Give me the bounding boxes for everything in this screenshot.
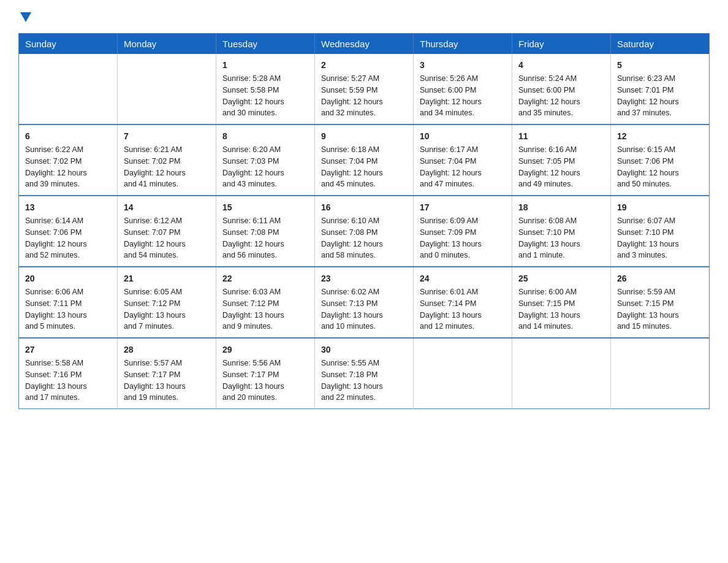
logo bbox=[18, 12, 31, 22]
day-number: 15 bbox=[222, 201, 308, 214]
calendar-week-row: 27Sunrise: 5:58 AM Sunset: 7:16 PM Dayli… bbox=[19, 338, 710, 409]
day-info: Sunrise: 6:16 AM Sunset: 7:05 PM Dayligh… bbox=[518, 144, 604, 190]
day-info: Sunrise: 6:14 AM Sunset: 7:06 PM Dayligh… bbox=[25, 215, 111, 261]
day-number: 17 bbox=[420, 201, 506, 214]
day-info: Sunrise: 5:56 AM Sunset: 7:17 PM Dayligh… bbox=[222, 358, 308, 404]
day-number: 23 bbox=[321, 272, 407, 285]
day-number: 7 bbox=[124, 130, 210, 143]
calendar-week-row: 6Sunrise: 6:22 AM Sunset: 7:02 PM Daylig… bbox=[19, 124, 710, 196]
calendar-day-header: Friday bbox=[512, 34, 611, 55]
day-info: Sunrise: 6:18 AM Sunset: 7:04 PM Dayligh… bbox=[321, 144, 407, 190]
calendar-cell: 28Sunrise: 5:57 AM Sunset: 7:17 PM Dayli… bbox=[118, 338, 216, 409]
calendar-cell: 23Sunrise: 6:02 AM Sunset: 7:13 PM Dayli… bbox=[315, 267, 414, 338]
day-number: 5 bbox=[617, 59, 703, 72]
calendar-day-header: Wednesday bbox=[315, 34, 414, 55]
calendar-cell bbox=[414, 338, 512, 409]
day-info: Sunrise: 6:08 AM Sunset: 7:10 PM Dayligh… bbox=[518, 215, 604, 261]
day-number: 14 bbox=[124, 201, 210, 214]
calendar-cell: 26Sunrise: 5:59 AM Sunset: 7:15 PM Dayli… bbox=[611, 267, 710, 338]
day-number: 30 bbox=[321, 343, 407, 356]
calendar-cell: 14Sunrise: 6:12 AM Sunset: 7:07 PM Dayli… bbox=[118, 196, 216, 267]
calendar-cell: 11Sunrise: 6:16 AM Sunset: 7:05 PM Dayli… bbox=[512, 124, 611, 196]
calendar-header-row: SundayMondayTuesdayWednesdayThursdayFrid… bbox=[19, 34, 710, 55]
page-header bbox=[18, 12, 710, 22]
calendar-cell: 2Sunrise: 5:27 AM Sunset: 5:59 PM Daylig… bbox=[315, 54, 414, 124]
calendar-cell bbox=[118, 54, 216, 124]
calendar-cell bbox=[19, 54, 118, 124]
day-info: Sunrise: 6:22 AM Sunset: 7:02 PM Dayligh… bbox=[25, 144, 111, 190]
calendar-day-header: Monday bbox=[118, 34, 216, 55]
calendar-cell: 21Sunrise: 6:05 AM Sunset: 7:12 PM Dayli… bbox=[118, 267, 216, 338]
day-number: 19 bbox=[617, 201, 703, 214]
calendar-cell: 8Sunrise: 6:20 AM Sunset: 7:03 PM Daylig… bbox=[216, 124, 315, 196]
calendar-day-header: Sunday bbox=[19, 34, 118, 55]
calendar-table: SundayMondayTuesdayWednesdayThursdayFrid… bbox=[18, 33, 710, 409]
calendar-cell: 7Sunrise: 6:21 AM Sunset: 7:02 PM Daylig… bbox=[118, 124, 216, 196]
calendar-cell: 18Sunrise: 6:08 AM Sunset: 7:10 PM Dayli… bbox=[512, 196, 611, 267]
calendar-cell: 5Sunrise: 6:23 AM Sunset: 7:01 PM Daylig… bbox=[611, 54, 710, 124]
calendar-cell: 27Sunrise: 5:58 AM Sunset: 7:16 PM Dayli… bbox=[19, 338, 118, 409]
day-number: 22 bbox=[222, 272, 308, 285]
day-info: Sunrise: 6:00 AM Sunset: 7:15 PM Dayligh… bbox=[518, 286, 604, 332]
day-number: 26 bbox=[617, 272, 703, 285]
day-number: 1 bbox=[222, 59, 308, 72]
day-info: Sunrise: 5:27 AM Sunset: 5:59 PM Dayligh… bbox=[321, 73, 407, 119]
calendar-cell: 16Sunrise: 6:10 AM Sunset: 7:08 PM Dayli… bbox=[315, 196, 414, 267]
day-number: 6 bbox=[25, 130, 111, 143]
calendar-day-header: Saturday bbox=[611, 34, 710, 55]
calendar-cell: 9Sunrise: 6:18 AM Sunset: 7:04 PM Daylig… bbox=[315, 124, 414, 196]
day-info: Sunrise: 5:24 AM Sunset: 6:00 PM Dayligh… bbox=[518, 73, 604, 119]
day-info: Sunrise: 6:05 AM Sunset: 7:12 PM Dayligh… bbox=[124, 286, 210, 332]
calendar-cell: 6Sunrise: 6:22 AM Sunset: 7:02 PM Daylig… bbox=[19, 124, 118, 196]
calendar-cell: 4Sunrise: 5:24 AM Sunset: 6:00 PM Daylig… bbox=[512, 54, 611, 124]
day-number: 25 bbox=[518, 272, 604, 285]
calendar-week-row: 13Sunrise: 6:14 AM Sunset: 7:06 PM Dayli… bbox=[19, 196, 710, 267]
calendar-day-header: Tuesday bbox=[216, 34, 315, 55]
day-number: 27 bbox=[25, 343, 111, 356]
day-number: 4 bbox=[518, 59, 604, 72]
day-number: 24 bbox=[420, 272, 506, 285]
calendar-cell: 13Sunrise: 6:14 AM Sunset: 7:06 PM Dayli… bbox=[19, 196, 118, 267]
calendar-cell: 24Sunrise: 6:01 AM Sunset: 7:14 PM Dayli… bbox=[414, 267, 512, 338]
calendar-cell: 3Sunrise: 5:26 AM Sunset: 6:00 PM Daylig… bbox=[414, 54, 512, 124]
day-number: 3 bbox=[420, 59, 506, 72]
calendar-cell: 12Sunrise: 6:15 AM Sunset: 7:06 PM Dayli… bbox=[611, 124, 710, 196]
calendar-cell: 19Sunrise: 6:07 AM Sunset: 7:10 PM Dayli… bbox=[611, 196, 710, 267]
day-info: Sunrise: 6:07 AM Sunset: 7:10 PM Dayligh… bbox=[617, 215, 703, 261]
calendar-cell: 17Sunrise: 6:09 AM Sunset: 7:09 PM Dayli… bbox=[414, 196, 512, 267]
day-info: Sunrise: 6:20 AM Sunset: 7:03 PM Dayligh… bbox=[222, 144, 308, 190]
day-number: 20 bbox=[25, 272, 111, 285]
day-number: 2 bbox=[321, 59, 407, 72]
calendar-cell: 15Sunrise: 6:11 AM Sunset: 7:08 PM Dayli… bbox=[216, 196, 315, 267]
calendar-cell bbox=[512, 338, 611, 409]
logo-block bbox=[18, 12, 31, 22]
calendar-week-row: 1Sunrise: 5:28 AM Sunset: 5:58 PM Daylig… bbox=[19, 54, 710, 124]
calendar-day-header: Thursday bbox=[414, 34, 512, 55]
calendar-cell: 20Sunrise: 6:06 AM Sunset: 7:11 PM Dayli… bbox=[19, 267, 118, 338]
day-info: Sunrise: 6:09 AM Sunset: 7:09 PM Dayligh… bbox=[420, 215, 506, 261]
day-number: 8 bbox=[222, 130, 308, 143]
calendar-cell: 30Sunrise: 5:55 AM Sunset: 7:18 PM Dayli… bbox=[315, 338, 414, 409]
calendar-cell: 25Sunrise: 6:00 AM Sunset: 7:15 PM Dayli… bbox=[512, 267, 611, 338]
day-info: Sunrise: 6:21 AM Sunset: 7:02 PM Dayligh… bbox=[124, 144, 210, 190]
logo-triangle-icon bbox=[20, 12, 31, 22]
day-info: Sunrise: 5:26 AM Sunset: 6:00 PM Dayligh… bbox=[420, 73, 506, 119]
day-info: Sunrise: 6:10 AM Sunset: 7:08 PM Dayligh… bbox=[321, 215, 407, 261]
day-number: 9 bbox=[321, 130, 407, 143]
calendar-cell: 10Sunrise: 6:17 AM Sunset: 7:04 PM Dayli… bbox=[414, 124, 512, 196]
day-info: Sunrise: 5:59 AM Sunset: 7:15 PM Dayligh… bbox=[617, 286, 703, 332]
day-info: Sunrise: 6:17 AM Sunset: 7:04 PM Dayligh… bbox=[420, 144, 506, 190]
day-info: Sunrise: 6:15 AM Sunset: 7:06 PM Dayligh… bbox=[617, 144, 703, 190]
day-number: 18 bbox=[518, 201, 604, 214]
day-number: 12 bbox=[617, 130, 703, 143]
day-info: Sunrise: 6:06 AM Sunset: 7:11 PM Dayligh… bbox=[25, 286, 111, 332]
day-number: 13 bbox=[25, 201, 111, 214]
day-info: Sunrise: 6:12 AM Sunset: 7:07 PM Dayligh… bbox=[124, 215, 210, 261]
calendar-cell: 22Sunrise: 6:03 AM Sunset: 7:12 PM Dayli… bbox=[216, 267, 315, 338]
day-info: Sunrise: 6:01 AM Sunset: 7:14 PM Dayligh… bbox=[420, 286, 506, 332]
day-info: Sunrise: 6:02 AM Sunset: 7:13 PM Dayligh… bbox=[321, 286, 407, 332]
day-info: Sunrise: 6:03 AM Sunset: 7:12 PM Dayligh… bbox=[222, 286, 308, 332]
day-info: Sunrise: 5:57 AM Sunset: 7:17 PM Dayligh… bbox=[124, 358, 210, 404]
day-info: Sunrise: 6:23 AM Sunset: 7:01 PM Dayligh… bbox=[617, 73, 703, 119]
day-number: 16 bbox=[321, 201, 407, 214]
